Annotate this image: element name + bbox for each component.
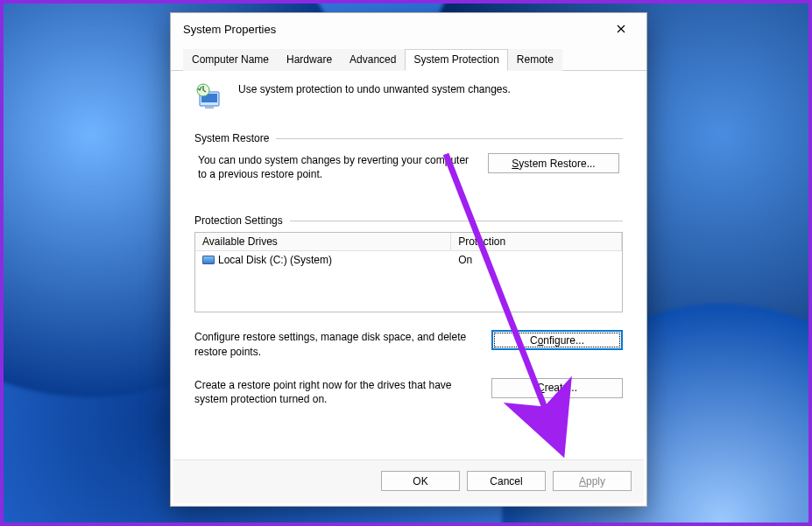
dialog-button-row: OK Cancel Apply	[173, 459, 644, 503]
create-button[interactable]: Create...	[491, 378, 623, 398]
group-label-protection: Protection Settings	[194, 214, 283, 227]
header-protection[interactable]: Protection	[451, 233, 622, 250]
tab-panel: Use system protection to undo unwanted s…	[173, 71, 644, 457]
tab-remote[interactable]: Remote	[508, 49, 562, 71]
dialog-title: System Properties	[183, 23, 603, 36]
tab-system-protection[interactable]: System Protection	[405, 49, 507, 71]
tab-computer-name[interactable]: Computer Name	[183, 49, 278, 71]
table-row[interactable]: Local Disk (C:) (System) On	[195, 251, 622, 269]
header-drives[interactable]: Available Drives	[195, 233, 451, 250]
tab-hardware[interactable]: Hardware	[278, 49, 341, 71]
configure-button[interactable]: Configure...	[491, 330, 623, 350]
drive-icon	[202, 256, 215, 264]
tab-strip: Computer Name Hardware Advanced System P…	[171, 48, 646, 71]
apply-button[interactable]: Apply	[553, 471, 632, 491]
table-header: Available Drives Protection	[195, 233, 622, 251]
create-description: Create a restore point right now for the…	[194, 378, 479, 406]
divider	[276, 138, 623, 139]
drives-table[interactable]: Available Drives Protection Local Disk (…	[194, 232, 623, 312]
system-protection-icon	[194, 81, 226, 113]
ok-button[interactable]: OK	[381, 471, 460, 491]
divider	[290, 221, 623, 221]
drive-name: Local Disk (C:) (System)	[218, 254, 332, 266]
close-icon	[617, 25, 625, 33]
tab-advanced[interactable]: Advanced	[341, 49, 405, 71]
system-properties-dialog: System Properties Computer Name Hardware…	[170, 12, 647, 507]
svg-rect-2	[205, 106, 214, 109]
group-label-restore: System Restore	[194, 132, 269, 144]
drive-protection: On	[451, 251, 622, 269]
intro-text: Use system protection to undo unwanted s…	[238, 81, 511, 95]
restore-description: You can undo system changes by reverting…	[198, 153, 476, 181]
titlebar: System Properties	[171, 13, 646, 45]
configure-description: Configure restore settings, manage disk …	[194, 330, 479, 358]
system-restore-button[interactable]: System Restore...	[488, 153, 619, 173]
cancel-button[interactable]: Cancel	[467, 471, 546, 491]
close-button[interactable]	[603, 16, 639, 42]
